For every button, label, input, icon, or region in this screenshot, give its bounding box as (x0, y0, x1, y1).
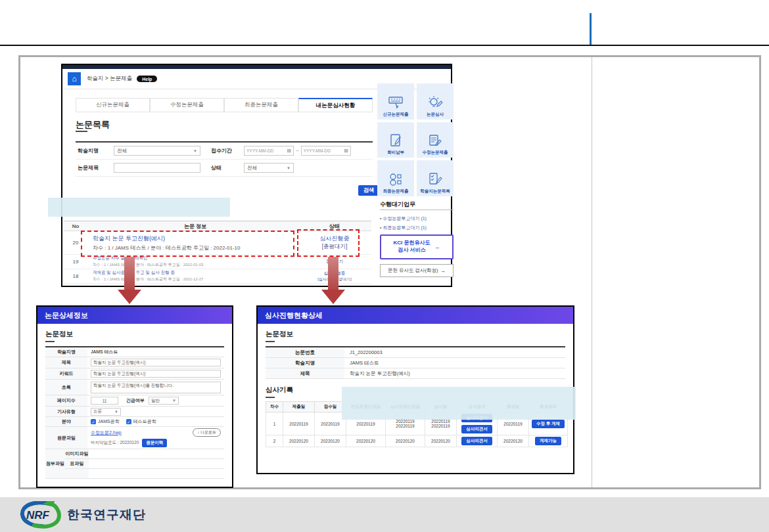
file-history-button[interactable]: 원문이력 (142, 439, 167, 447)
pages-label: 페이지수 (45, 395, 87, 406)
file-link[interactable]: 수정논문2.hwp (91, 430, 122, 436)
checklist-pencil-icon (427, 172, 443, 187)
checkbox-checked-icon[interactable]: ✓ (91, 419, 96, 424)
arrow-right-icon: → (441, 268, 446, 274)
tab-new-submission[interactable]: 신규논문제출 (76, 98, 150, 112)
col-submit-date: 제출일 (283, 402, 315, 412)
section-underline (266, 397, 275, 398)
status-select[interactable]: 전체 ▼ (244, 163, 294, 173)
review-opinion-button[interactable]: 심사의견서 (461, 437, 492, 445)
header-info: 논문 정보 (87, 223, 298, 230)
quickmenu-label: 수정논문제출 (423, 150, 448, 156)
breadcrumb: ⌂ 학술지 > 논문제출 Help (68, 72, 157, 86)
footer: NRF 한국연구재단 (0, 497, 769, 532)
paper-title-input[interactable] (114, 163, 200, 173)
search-button[interactable]: 검색 (358, 185, 379, 196)
final-result-button[interactable]: 게재가능 (535, 437, 561, 445)
arrow-down-to-review-detail (321, 257, 345, 304)
quickmenu-new-submission[interactable]: 신규논문제출 (377, 83, 414, 120)
cell-receipt: 20220120 (315, 435, 346, 447)
cell-editor: 20220120 (346, 435, 386, 447)
quickmenu-fee-payment[interactable]: 회비납부 (377, 122, 414, 158)
tab-bar: 신규논문제출 수정논문제출 최종논문제출 내논문심사현황 (76, 98, 373, 112)
period-end-input[interactable]: YYYY-MM-DD ⊞ (301, 146, 351, 156)
period-start-input[interactable]: YYYY-MM-DD ⊞ (244, 146, 294, 156)
review-table-row: 2 20220120 20220120 20220120 20220120 20… (266, 435, 568, 447)
home-icon[interactable]: ⌂ (68, 72, 81, 85)
journal-name-value: 전체 (117, 148, 127, 154)
attachment-group: 첨부파일 이미지파일 표파일 (45, 449, 224, 479)
chevron-down-icon: ▼ (193, 149, 197, 153)
quickmenu-revised-submission[interactable]: 수정논문제출 (417, 122, 454, 158)
calendar-icon[interactable]: ⊞ (344, 148, 348, 154)
file-label: 원문파일 (45, 427, 87, 449)
attachment-label: 첨부파일 (45, 449, 65, 479)
highlight-box-status (297, 229, 360, 257)
kci-similarity-button[interactable]: KCI 문헌유사도검사 서비스 → (380, 234, 454, 259)
field-check2-label: 테스트공학 (133, 418, 156, 425)
paper-detail-panel: 논문상세정보 논문정보 학술지명 JAMS 테스트 제목 학술지 논문 투고진행… (36, 305, 233, 488)
period-label: 접수기간 (211, 147, 244, 154)
pending-task-final[interactable]: ▪ 최종논문투고대기 (1) (380, 225, 427, 231)
status-value: 전체 (247, 165, 257, 171)
keyword-input[interactable]: 학술지 논문 투고진행(예시) (91, 370, 221, 378)
keyword-label: 키워드 (45, 368, 87, 379)
notepad-pencil-icon (427, 133, 443, 148)
help-badge[interactable]: Help (137, 76, 157, 82)
urgent-select[interactable]: 일반 ▼ (149, 397, 179, 405)
field-label: 분야 (45, 417, 87, 426)
list-title-underline (76, 131, 87, 132)
abstract-label: 초록 (45, 380, 87, 395)
attachment-sub-label: 표파일 (65, 459, 89, 468)
review-detail-header: 심사진행현황상세 (258, 307, 573, 324)
urgent-label: 긴급여부 (126, 397, 145, 404)
field-check1-label: JAMS공학 (98, 418, 120, 425)
pending-tasks-title: 수행대기업무 (380, 200, 415, 209)
download-button[interactable]: ↓ 다운로드 (193, 428, 221, 437)
paper-detail-header: 논문상세정보 (37, 307, 232, 324)
quickmenu-final-submission[interactable]: 최종논문제출 (377, 160, 414, 196)
highlight-box-paper-info (81, 231, 294, 257)
pages-input[interactable]: 11 (91, 397, 118, 405)
quickmenu-label: 최종논문제출 (383, 188, 409, 194)
period-tilde: ~ (296, 148, 299, 154)
chevron-down-icon: ▼ (172, 399, 176, 403)
journal-label: 학술지명 (45, 347, 87, 357)
cell-submit: 20220119 (283, 412, 315, 435)
quickmenu-paper-review[interactable]: 논문심사 (417, 83, 454, 120)
title-value: 학술지 논문 투고진행(예시) (344, 370, 565, 377)
calendar-icon[interactable]: ⊞ (287, 148, 291, 154)
bullet-icon: ▪ (380, 225, 381, 230)
similarity-check-button[interactable]: 문헌 유사도 검사(확정) → (380, 264, 454, 277)
tab-my-review-status[interactable]: 내논문심사현황 (298, 98, 373, 112)
journal-value: JAMS 테스트 (87, 347, 224, 357)
abstract-textarea[interactable]: 학술지 논문 투고진행(예시)을 진행합니다. (91, 382, 221, 393)
review-paper-info-table: 논문번호 J1_202200003 학술지명 JAMS 테스트 제목 학술지 논… (266, 346, 565, 379)
cell-submit: 20220120 (283, 435, 315, 447)
quickmenu-journal-paper-list[interactable]: 학술지논문목록 (417, 160, 454, 196)
pending-task-revised[interactable]: ▪ 수정논문투고대기 (1) (380, 215, 427, 222)
title-label: 제목 (45, 357, 87, 368)
review-opinion-button[interactable]: 심사의견서 (461, 425, 492, 433)
article-type-select[interactable]: 논문 ▼ (91, 408, 121, 416)
title-input[interactable]: 학술지 논문 투고진행(예시) (91, 359, 221, 366)
highlight-callout-review (342, 387, 576, 420)
urgent-value: 일반 (151, 398, 160, 404)
final-result-button[interactable]: 수정 후 게재 (532, 420, 565, 428)
title-label: 제목 (266, 368, 344, 378)
quickmenu-label: 학술지논문목록 (420, 188, 450, 194)
chevron-down-icon: ▼ (287, 166, 291, 170)
header-status: 상태 (298, 223, 371, 230)
pending-task-label: 최종논문투고대기 (1) (383, 225, 427, 230)
journal-name-select[interactable]: 전체 ▼ (114, 146, 200, 156)
cell-summary-date: 20220120 (498, 435, 529, 447)
checkbox-checked-icon[interactable]: ✓ (126, 419, 131, 424)
content-frame-divider (592, 57, 592, 487)
section-underline (266, 341, 275, 342)
cell-reviewer: 20220120 (386, 435, 425, 447)
paper-title-label: 논문제목 (76, 164, 114, 171)
col-round: 차수 (266, 402, 283, 412)
tab-revised-submission[interactable]: 수정논문제출 (150, 98, 224, 112)
tab-final-submission[interactable]: 최종논문제출 (224, 98, 298, 112)
period-start-placeholder: YYYY-MM-DD (246, 148, 273, 153)
